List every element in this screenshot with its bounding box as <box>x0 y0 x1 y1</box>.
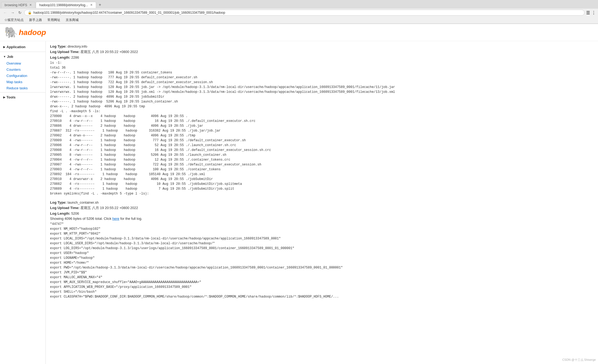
sidebar: ▶ Application ▼ Job Overview Counters Co… <box>0 41 46 364</box>
log-upload-value-2: 星期五 八月 19 20:55:22 +0800 2022 <box>80 206 138 210</box>
bookmark-0-label: ☆狐官方站点 <box>4 18 24 22</box>
tab-1[interactable]: browsing HDFS ✕ <box>1 2 35 8</box>
sidebar-divider-2 <box>0 92 45 93</box>
log-type-1: Log Type: directory.info <box>50 44 594 48</box>
job-arrow-icon: ▼ <box>3 55 6 58</box>
log-section-2: Log Type: launch_container.sh Log Upload… <box>50 200 594 299</box>
sidebar-item-configuration[interactable]: Configuration <box>0 73 45 79</box>
sidebar-item-reduce-tasks[interactable]: Reduce tasks <box>0 85 45 91</box>
log-upload-1: Log Upload Time: 星期五 八月 19 20:55:22 +080… <box>50 50 594 54</box>
log-content-2: "44747" export NM_HOST="hadoop102" expor… <box>50 222 594 299</box>
bookmarks-bar: ☆狐官方站点 新手上路 常用网址 京东商城 <box>0 17 598 24</box>
log-length-label-1: Log Length: <box>50 55 70 59</box>
bookmark-0[interactable]: ☆狐官方站点 <box>2 17 26 23</box>
hadoop-elephant-icon: 🐘 <box>4 26 18 39</box>
log-upload-label-1: Log Upload Time: <box>50 50 80 54</box>
tab-2[interactable]: hadoop101:19888/jobhistory/log... ✕ <box>36 2 96 8</box>
application-label: Application <box>6 45 26 49</box>
address-bar-row: ← → ↻ 🔒 hadoop101:19888/jobhistory/logs/… <box>0 9 598 17</box>
job-label: Job <box>7 55 13 59</box>
lock-icon: 🔒 <box>28 11 32 15</box>
sidebar-tools-header[interactable]: ▶ Tools <box>0 94 45 101</box>
log-type-value-1: directory.info <box>68 44 87 48</box>
hadoop-logo: 🐘 hadoop <box>4 26 46 39</box>
tools-label: Tools <box>6 95 16 99</box>
log-content-1: ls -1: total 36 -rw-r--r--. 1 hadoop had… <box>50 61 594 196</box>
log-length-value-1: 2286 <box>71 55 79 59</box>
browser-chrome: browsing HDFS ✕ hadoop101:19888/jobhisto… <box>0 0 598 24</box>
sidebar-application-header[interactable]: ▶ Application <box>0 43 45 51</box>
log-upload-value-1: 星期五 八月 19 20:55:22 +0800 2022 <box>80 50 138 54</box>
log-length-2: Log Length: 5206 <box>50 211 594 215</box>
tools-arrow-icon: ▶ <box>3 96 5 99</box>
sidebar-item-overview[interactable]: Overview <box>0 60 45 66</box>
application-arrow-icon: ▶ <box>3 45 5 48</box>
tab-1-label: browsing HDFS <box>5 3 27 7</box>
address-text: hadoop101:19888/jobhistory/logs/hadoop10… <box>33 11 225 15</box>
bookmark-2[interactable]: 常用网址 <box>45 17 62 23</box>
log-upload-2: Log Upload Time: 星期五 八月 19 20:55:22 +080… <box>50 206 594 210</box>
tab-1-close[interactable]: ✕ <box>29 3 32 7</box>
bookmark-3-label: 京东商城 <box>66 18 79 22</box>
content-area: Log Type: directory.info Log Upload Time… <box>46 41 598 364</box>
bookmark-3[interactable]: 京东商城 <box>64 17 81 23</box>
hadoop-logo-text: hadoop <box>19 28 46 37</box>
address-bar[interactable]: 🔒 hadoop101:19888/jobhistory/logs/hadoop… <box>24 10 585 16</box>
reduce-tasks-label: Reduce tasks <box>6 86 28 90</box>
log-type-label-2: Log Type: <box>50 200 66 204</box>
log-length-label-2: Log Length: <box>50 211 70 215</box>
forward-button[interactable]: → <box>10 10 16 15</box>
sidebar-item-map-tasks[interactable]: Map tasks <box>0 79 45 85</box>
sidebar-divider-1 <box>0 52 45 52</box>
tab-2-close[interactable]: ✕ <box>90 3 93 7</box>
tab-bar: browsing HDFS ✕ hadoop101:19888/jobhisto… <box>0 0 598 9</box>
map-tasks-label: Map tasks <box>6 80 22 84</box>
sidebar-job-header[interactable]: ▼ Job <box>0 53 45 60</box>
log-type-2: Log Type: launch_container.sh <box>50 200 594 204</box>
browser-menu-icon[interactable]: ☰ <box>586 10 590 15</box>
sidebar-item-counters[interactable]: Counters <box>0 66 45 73</box>
reload-button[interactable]: ↻ <box>17 10 23 15</box>
back-button[interactable]: ← <box>2 10 8 15</box>
log-type-label-1: Log Type: <box>50 44 66 48</box>
tab-2-label: hadoop101:19888/jobhistory/log... <box>39 3 88 7</box>
new-tab-button[interactable]: + <box>97 2 103 8</box>
log-showing-suffix-2: for the full log. <box>119 217 142 221</box>
bookmark-1-label: 新手上路 <box>29 18 42 22</box>
bookmark-1[interactable]: 新手上路 <box>27 17 44 23</box>
log-type-value-2: launch_container.sh <box>68 200 99 204</box>
log-upload-label-2: Log Upload Time: <box>50 206 80 210</box>
log-section-1: Log Type: directory.info Log Upload Time… <box>50 44 594 196</box>
bookmark-2-label: 常用网址 <box>47 18 60 22</box>
configuration-label: Configuration <box>6 74 27 78</box>
hadoop-header: 🐘 hadoop <box>0 24 598 41</box>
browser-more-icon[interactable]: ⋮ <box>592 10 596 15</box>
log-full-link-2[interactable]: here <box>112 217 119 221</box>
log-showing-prefix-2: Showing 4096 bytes of 5206 total. Click <box>50 217 112 221</box>
counters-label: Counters <box>6 68 21 72</box>
main-layout: ▶ Application ▼ Job Overview Counters Co… <box>0 41 598 364</box>
log-length-1: Log Length: 2286 <box>50 55 594 59</box>
log-showing-2: Showing 4096 bytes of 5206 total. Click … <box>50 217 594 221</box>
overview-label: Overview <box>6 61 21 65</box>
watermark: CSDN @十三么 Shiserge <box>562 358 596 362</box>
log-length-value-2: 5206 <box>71 211 79 215</box>
